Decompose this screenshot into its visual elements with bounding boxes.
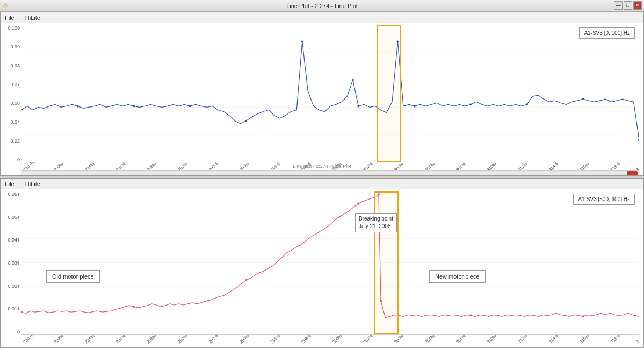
svg-point-45 [245,279,247,281]
svg-point-8 [301,40,303,42]
y-label: 0.05¢ [8,215,20,220]
svg-text:302%: 302% [362,335,374,344]
window-title: Line Plot - 2:274 - Line Plot [286,3,358,9]
annotation-old-motor: Old motor piece [46,270,100,283]
svg-text:298%: 298% [300,335,312,344]
warning-icon: ⚠ [2,1,9,10]
menu-hilite-1[interactable]: HiLite [23,14,42,22]
svg-text:294%: 294% [238,335,250,344]
panel-1: File HiLite 0.109 0.09 0.08 0.07 0.06 0.… [0,12,644,176]
y-label: 0.03¢ [8,260,20,266]
svg-text:280.0%: 280.0% [22,335,37,344]
svg-text:296%: 296% [270,335,281,344]
y-label: 0.01¢ [8,306,20,311]
svg-text:306%: 306% [424,335,436,344]
svg-text:284%: 284% [84,335,96,344]
svg-text:314%: 314% [548,335,560,344]
svg-point-50 [582,315,584,317]
svg-point-43 [21,311,23,313]
svg-text:288%: 288% [146,335,158,344]
svg-point-13 [469,103,472,105]
y-label: 0.109 [8,25,20,31]
svg-text:282%: 282% [53,335,65,344]
svg-text:304%: 304% [393,335,405,344]
x-axis-2: 280.0% 282% 284% 286% 288% 290% 292% 294… [21,335,639,347]
svg-text:286%: 286% [115,335,127,344]
close-button[interactable]: ✕ [633,1,642,10]
svg-point-49 [469,314,472,316]
annotation-breaking-point: Breaking pointJuly 21, 2008 [355,213,397,232]
y-label: 0.04¢ [8,237,20,243]
svg-text:312%: 312% [517,335,529,344]
menu-bar-1: File HiLite [1,12,643,23]
svg-point-15 [582,98,584,100]
svg-point-5 [133,105,135,107]
y-axis-2: 0.06¢ 0.05¢ 0.04¢ 0.03¢ 0.02¢ 0.01¢ 0 [1,189,21,347]
scrollbar-1[interactable] [21,170,639,175]
svg-point-6 [189,105,191,107]
svg-text:290%: 290% [177,335,189,344]
svg-point-12 [414,105,416,107]
y-label: 0.04 [10,119,20,125]
svg-text:292%: 292% [208,335,220,344]
window-controls: — □ ✕ [614,1,642,10]
svg-text:310%: 310% [486,335,498,344]
menu-hilite-2[interactable]: HiLite [23,180,42,188]
chart-area-1: 0.109 0.09 0.08 0.07 0.06 0.04 0.02 0 [1,23,643,175]
svg-text:308%: 308% [455,335,467,344]
legend-box-2: A1-SV3 [500, 600] Hz [573,194,635,205]
y-label: 0 [17,329,20,335]
legend-box-1: A1-SV3 [0, 100] Hz [579,27,635,39]
legend-text-2: A1-SV3 [500, 600] Hz [578,196,630,202]
chart-area-2: 0.06¢ 0.05¢ 0.04¢ 0.03¢ 0.02¢ 0.01¢ 0 [1,189,643,347]
svg-point-4 [76,105,78,107]
plot-area-2: Old motor piece Breaking pointJuly 21, 2… [21,191,639,335]
y-label: 0.02 [10,138,20,144]
svg-point-7 [245,120,247,122]
menu-file-2[interactable]: File [3,180,17,188]
y-label: 0.07 [10,82,20,87]
y-axis-1: 0.109 0.09 0.08 0.07 0.06 0.04 0.02 0 [1,23,21,175]
chart-label-1: Line Plot - 2:274 - Line Plot [293,164,351,169]
svg-point-14 [526,103,528,105]
svg-point-11 [396,40,399,42]
panel-2: File HiLite 0.06¢ 0.05¢ 0.04¢ 0.03¢ 0.02… [0,178,644,348]
legend-text-1: A1-SV3 [0, 100] Hz [584,30,630,36]
svg-point-47 [378,193,380,195]
y-label: 0.08 [10,63,20,68]
svg-point-16 [638,139,639,141]
y-label: 0.06 [10,101,20,106]
plot-area-1 [21,25,639,162]
svg-text:316%: 316% [578,335,590,344]
menu-bar-2: File HiLite [1,179,643,189]
maximize-button[interactable]: □ [624,1,632,10]
svg-text:320%: 320% [635,335,639,344]
y-label: 0.06¢ [8,191,20,197]
chart-svg-2 [21,191,639,334]
chart-svg-1 [21,25,639,162]
y-label: 0.09 [10,44,20,49]
annotation-new-motor: New motor piece [429,270,486,283]
y-label: 0.02¢ [8,283,20,289]
svg-text:300%: 300% [331,335,343,344]
x-axis-svg-2: 280.0% 282% 284% 286% 288% 290% 292% 294… [21,335,639,347]
menu-file-1[interactable]: File [3,14,17,22]
svg-text:318%: 318% [610,335,621,344]
y-label: 0 [17,157,20,162]
svg-point-9 [357,105,359,107]
scrollbar-thumb-1[interactable] [627,171,638,175]
minimize-button[interactable]: — [614,1,623,10]
svg-point-44 [133,306,135,308]
svg-point-46 [357,202,359,204]
svg-point-10 [352,79,354,81]
svg-point-48 [380,300,382,302]
title-bar: ⚠ Line Plot - 2:274 - Line Plot — □ ✕ [0,0,644,12]
